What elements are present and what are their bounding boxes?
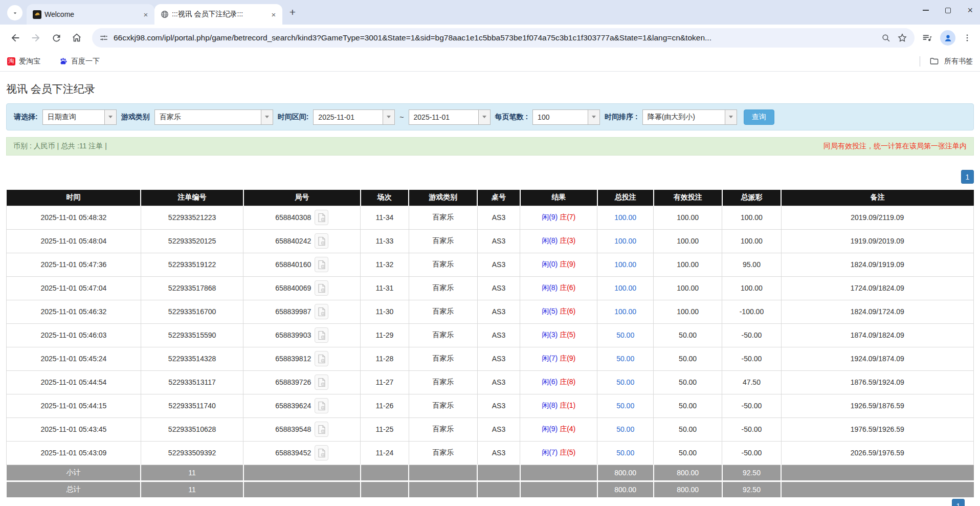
tab-search-button[interactable]: [7, 5, 23, 20]
time-sort-dropdown-arrow[interactable]: [725, 109, 737, 125]
cell-bet-id: 522933517868: [141, 276, 243, 300]
cell-remark: 1876.59/1924.09: [781, 370, 973, 394]
footer-total-bet: 800.00: [597, 465, 654, 481]
home-button[interactable]: [68, 29, 85, 47]
video-playback-button[interactable]: [315, 257, 328, 272]
tab-welcome-close-icon[interactable]: ×: [141, 10, 150, 19]
zoom-icon[interactable]: [881, 33, 891, 43]
total-bet-link[interactable]: 100.00: [614, 260, 636, 269]
page-1-button-bottom[interactable]: 1: [952, 499, 965, 506]
query-type-combobox[interactable]: 日期查询: [42, 109, 117, 125]
game-type-combobox[interactable]: 百家乐: [154, 109, 273, 125]
video-record-icon: [318, 448, 326, 458]
round-number: 658839812: [275, 355, 311, 363]
cell-valid-bet: 100.00: [654, 206, 722, 229]
footer-valid-bet: 800.00: [654, 481, 722, 497]
date-from-dropdown-arrow[interactable]: [383, 109, 395, 125]
video-playback-button[interactable]: [315, 304, 328, 319]
video-record-icon: [318, 283, 326, 293]
reload-button[interactable]: [48, 29, 65, 47]
chevron-down-icon: [12, 10, 18, 16]
column-header-9: 总派彩: [722, 190, 781, 206]
total-bet-link[interactable]: 50.00: [616, 378, 634, 386]
cell-game-type: 百家乐: [409, 441, 477, 465]
cell-table-no: AS3: [477, 206, 520, 229]
video-playback-button[interactable]: [315, 398, 328, 413]
forward-button[interactable]: [27, 29, 44, 47]
tab-betrecord[interactable]: :::视讯 会员下注纪录::: ×: [154, 4, 282, 25]
date-to-picker[interactable]: 2025-11-01: [409, 109, 491, 125]
back-button[interactable]: [7, 29, 24, 47]
round-number: 658840308: [275, 213, 311, 222]
video-playback-button[interactable]: [315, 422, 328, 437]
video-playback-button[interactable]: [315, 445, 328, 460]
date-from-picker[interactable]: 2025-11-01: [313, 109, 395, 125]
folder-icon: [929, 56, 939, 66]
window-close-icon[interactable]: ×: [967, 6, 973, 15]
table-row: 2025-11-01 05:46:03522933515590658839903…: [7, 323, 974, 347]
video-record-icon: [318, 260, 326, 270]
total-bet-link[interactable]: 50.00: [616, 355, 634, 363]
column-header-8: 有效投注: [654, 190, 722, 206]
profile-avatar[interactable]: [940, 30, 955, 46]
cell-result: 闲(9) 庄(7): [520, 206, 597, 229]
per-page-combobox[interactable]: 100: [532, 109, 600, 125]
column-header-7: 总投注: [597, 190, 654, 206]
game-type-value[interactable]: 百家乐: [154, 109, 261, 125]
cell-table-no: AS3: [477, 229, 520, 253]
window-minimize-icon[interactable]: [923, 10, 929, 11]
all-bookmarks[interactable]: 所有书签: [920, 56, 973, 67]
cell-table-no: AS3: [477, 394, 520, 417]
per-page-value[interactable]: 100: [532, 109, 588, 125]
search-button[interactable]: 查询: [744, 109, 774, 125]
cell-table-no: AS3: [477, 370, 520, 394]
per-page-dropdown-arrow[interactable]: [588, 109, 600, 125]
site-settings-tune-icon[interactable]: [99, 33, 108, 42]
window-maximize-icon[interactable]: [945, 8, 951, 13]
date-from-value[interactable]: 2025-11-01: [313, 109, 383, 125]
bookmark-star-icon[interactable]: [897, 33, 907, 43]
tab-welcome[interactable]: Welcome ×: [27, 4, 154, 25]
url-text[interactable]: 66cxkj98.com/ipl/portal.php/game/betreco…: [114, 33, 876, 42]
media-controls-icon[interactable]: [922, 32, 933, 43]
time-sort-combobox[interactable]: 降幂(由大到小): [642, 109, 737, 125]
round-number: 658839548: [275, 425, 311, 433]
total-bet-link[interactable]: 100.00: [614, 307, 636, 316]
date-to-value[interactable]: 2025-11-01: [409, 109, 478, 125]
total-bet-link[interactable]: 100.00: [614, 213, 636, 222]
cell-time: 2025-11-01 05:45:24: [7, 347, 141, 370]
page-1-button[interactable]: 1: [961, 170, 974, 184]
bookmark-baidu[interactable]: 百度一下: [59, 57, 100, 66]
query-type-value[interactable]: 日期查询: [42, 109, 104, 125]
total-bet-link[interactable]: 50.00: [616, 331, 634, 339]
cell-game-type: 百家乐: [409, 347, 477, 370]
total-bet-link[interactable]: 100.00: [614, 284, 636, 292]
footer-empty: [477, 481, 520, 497]
total-bet-link[interactable]: 50.00: [616, 425, 634, 433]
bookmark-aitaobao[interactable]: 淘 爱淘宝: [7, 57, 40, 66]
menu-kebab-icon[interactable]: [963, 33, 972, 42]
address-bar[interactable]: 66cxkj98.com/ipl/portal.php/game/betreco…: [92, 28, 915, 48]
video-playback-button[interactable]: [315, 210, 328, 225]
result-player: 闲(6): [542, 378, 558, 386]
tab-betrecord-close-icon[interactable]: ×: [269, 10, 278, 19]
video-playback-button[interactable]: [315, 280, 328, 296]
welcome-favicon-icon: [33, 10, 41, 19]
video-playback-button[interactable]: [315, 351, 328, 366]
total-bet-link[interactable]: 50.00: [616, 449, 634, 457]
date-to-dropdown-arrow[interactable]: [478, 109, 491, 125]
query-type-dropdown-arrow[interactable]: [104, 109, 117, 125]
total-bet-link[interactable]: 100.00: [614, 237, 636, 245]
round-number-wrap: 658840308: [275, 210, 328, 225]
cell-payout: -50.00: [722, 323, 781, 347]
video-playback-button[interactable]: [315, 327, 328, 343]
new-tab-button[interactable]: +: [285, 5, 300, 19]
footer-empty: [477, 465, 520, 481]
time-sort-value[interactable]: 降幂(由大到小): [642, 109, 725, 125]
game-type-dropdown-arrow[interactable]: [261, 109, 273, 125]
total-bet-link[interactable]: 50.00: [616, 402, 634, 410]
video-playback-button[interactable]: [315, 375, 328, 390]
video-playback-button[interactable]: [315, 233, 328, 249]
cell-remark: 2019.09/2119.09: [781, 206, 973, 229]
date-range-separator: ~: [399, 113, 404, 121]
